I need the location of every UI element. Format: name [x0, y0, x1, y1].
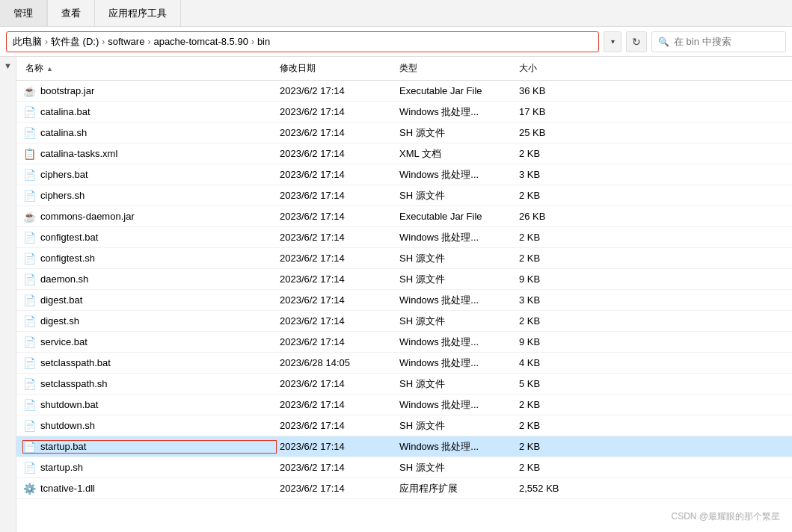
file-name-cell: 📄 shutdown.sh: [22, 419, 277, 433]
file-icon: 📄: [22, 189, 36, 202]
table-row[interactable]: 📄 setclasspath.bat 2023/6/28 14:05 Windo…: [16, 353, 792, 374]
file-type: SH 源文件: [396, 126, 516, 140]
file-name: configtest.bat: [40, 232, 98, 243]
address-dropdown-btn[interactable]: ▾: [604, 31, 621, 52]
table-row[interactable]: ☕ bootstrap.jar 2023/6/2 17:14 Executabl…: [16, 81, 792, 102]
toolbar: 管理 查看 应用程序工具: [0, 0, 792, 27]
table-row[interactable]: 📄 startup.bat 2023/6/2 17:14 Windows 批处理…: [16, 436, 792, 457]
tab-app-tools[interactable]: 应用程序工具: [95, 0, 181, 26]
file-type: Windows 批处理...: [396, 105, 516, 119]
file-size: 9 KB: [516, 273, 576, 285]
file-name: catalina.bat: [40, 106, 90, 117]
table-row[interactable]: 📄 service.bat 2023/6/2 17:14 Windows 批处理…: [16, 332, 792, 353]
file-name: digest.sh: [40, 315, 79, 327]
file-type: 应用程序扩展: [396, 482, 516, 495]
table-row[interactable]: 📄 startup.sh 2023/6/2 17:14 SH 源文件 2 KB: [16, 457, 792, 478]
col-name[interactable]: 名称 ▲: [22, 62, 277, 75]
table-row[interactable]: 📄 catalina.sh 2023/6/2 17:14 SH 源文件 25 K…: [16, 123, 792, 143]
file-name: startup.bat: [40, 441, 86, 452]
file-type: SH 源文件: [396, 461, 516, 474]
search-icon: 🔍: [658, 37, 669, 47]
file-modified: 2023/6/2 17:14: [277, 190, 396, 201]
file-modified: 2023/6/2 17:14: [277, 253, 396, 264]
file-size: 2 KB: [516, 190, 576, 201]
file-size: 2,552 KB: [516, 483, 576, 494]
file-name-cell: 📄 ciphers.bat: [22, 168, 277, 182]
file-name-cell: ☕ commons-daemon.jar: [22, 210, 277, 223]
file-modified: 2023/6/2 17:14: [277, 441, 396, 452]
table-row[interactable]: 📄 configtest.sh 2023/6/2 17:14 SH 源文件 2 …: [16, 248, 792, 269]
file-name: catalina-tasks.xml: [40, 148, 117, 159]
col-modified[interactable]: 修改日期: [277, 62, 396, 75]
tab-view: 查看: [47, 0, 95, 26]
file-icon: 📄: [22, 419, 36, 433]
file-name: digest.bat: [40, 294, 82, 306]
file-modified: 2023/6/2 17:14: [277, 106, 396, 117]
file-icon: 📄: [22, 356, 36, 370]
table-row[interactable]: 📄 ciphers.sh 2023/6/2 17:14 SH 源文件 2 KB: [16, 185, 792, 206]
file-name: setclasspath.sh: [40, 378, 108, 389]
table-row[interactable]: 📄 shutdown.bat 2023/6/2 17:14 Windows 批处…: [16, 395, 792, 415]
file-name: configtest.sh: [40, 253, 95, 264]
table-row[interactable]: 📄 daemon.sh 2023/6/2 17:14 SH 源文件 9 KB: [16, 269, 792, 290]
main-area: ▼ 名称 ▲ 修改日期 类型 大小 ☕ bootstrap.jar: [0, 57, 792, 532]
table-row[interactable]: ⚙️ tcnative-1.dll 2023/6/2 17:14 应用程序扩展 …: [16, 478, 792, 499]
file-icon: 📄: [22, 377, 36, 391]
expand-arrow[interactable]: ▼: [2, 60, 13, 72]
file-icon: 📄: [22, 231, 36, 244]
file-name-cell: 📋 catalina-tasks.xml: [22, 147, 277, 161]
refresh-btn[interactable]: ↻: [626, 31, 647, 52]
table-row[interactable]: 📄 catalina.bat 2023/6/2 17:14 Windows 批处…: [16, 102, 792, 123]
table-row[interactable]: 📄 ciphers.bat 2023/6/2 17:14 Windows 批处理…: [16, 164, 792, 185]
col-size[interactable]: 大小: [516, 62, 576, 75]
file-modified: 2023/6/28 14:05: [277, 357, 396, 368]
file-size: 2 KB: [516, 315, 576, 327]
file-icon: 📄: [22, 315, 36, 328]
file-icon: ⚙️: [22, 482, 36, 495]
file-modified: 2023/6/2 17:14: [277, 127, 396, 138]
watermark: CSDN @最耀眼的那个繁星: [671, 510, 780, 523]
column-headers: 名称 ▲ 修改日期 类型 大小: [16, 57, 792, 81]
breadcrumb-sep-2: ›: [102, 37, 105, 47]
file-modified: 2023/6/2 17:14: [277, 399, 396, 410]
tab-view-label[interactable]: 查看: [61, 7, 81, 20]
file-size: 2 KB: [516, 462, 576, 473]
tab-manage[interactable]: 管理: [0, 0, 47, 26]
breadcrumb-bin[interactable]: bin: [257, 36, 270, 47]
file-name-cell: 📄 digest.sh: [22, 315, 277, 328]
table-row[interactable]: ☕ commons-daemon.jar 2023/6/2 17:14 Exec…: [16, 206, 792, 227]
table-row[interactable]: 📄 digest.bat 2023/6/2 17:14 Windows 批处理.…: [16, 290, 792, 311]
file-name-cell: 📄 catalina.bat: [22, 105, 277, 119]
file-modified: 2023/6/2 17:14: [277, 169, 396, 180]
file-list-area: 名称 ▲ 修改日期 类型 大小 ☕ bootstrap.jar 2023/6/2…: [16, 57, 792, 532]
breadcrumb-this-pc[interactable]: 此电脑: [13, 35, 42, 49]
file-size: 2 KB: [516, 253, 576, 264]
table-row[interactable]: 📄 shutdown.sh 2023/6/2 17:14 SH 源文件 2 KB: [16, 415, 792, 436]
search-input[interactable]: [674, 36, 779, 47]
table-row[interactable]: 📋 catalina-tasks.xml 2023/6/2 17:14 XML …: [16, 143, 792, 164]
file-name-cell: 📄 digest.bat: [22, 294, 277, 307]
file-modified: 2023/6/2 17:14: [277, 232, 396, 243]
file-size: 36 KB: [516, 85, 576, 96]
file-size: 2 KB: [516, 232, 576, 243]
search-box[interactable]: 🔍: [651, 31, 786, 52]
breadcrumb-tomcat[interactable]: apache-tomcat-8.5.90: [153, 36, 248, 47]
file-icon: 📄: [22, 335, 36, 349]
file-icon: 📄: [22, 440, 36, 454]
file-size: 25 KB: [516, 127, 576, 138]
file-name-cell: 📄 configtest.sh: [22, 252, 277, 265]
col-type[interactable]: 类型: [396, 62, 516, 75]
table-row[interactable]: 📄 configtest.bat 2023/6/2 17:14 Windows …: [16, 227, 792, 248]
file-name-cell: 📄 startup.bat: [22, 440, 277, 454]
file-icon: ☕: [22, 84, 36, 98]
breadcrumb-software[interactable]: software: [108, 36, 144, 47]
table-row[interactable]: 📄 setclasspath.sh 2023/6/2 17:14 SH 源文件 …: [16, 374, 792, 395]
file-modified: 2023/6/2 17:14: [277, 483, 396, 494]
file-modified: 2023/6/2 17:14: [277, 315, 396, 327]
file-name-cell: 📄 shutdown.bat: [22, 398, 277, 412]
table-row[interactable]: 📄 digest.sh 2023/6/2 17:14 SH 源文件 2 KB: [16, 311, 792, 332]
file-type: SH 源文件: [396, 273, 516, 286]
file-modified: 2023/6/2 17:14: [277, 148, 396, 159]
file-icon: 📄: [22, 294, 36, 307]
breadcrumb-software-d[interactable]: 软件盘 (D:): [51, 35, 99, 49]
